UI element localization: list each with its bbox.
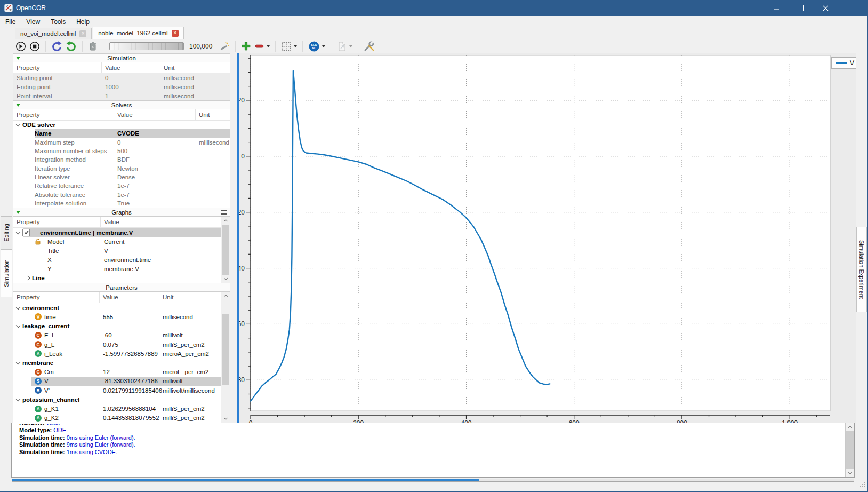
plot-area[interactable]: -80-60-40-2002002004006008001,000 xyxy=(239,53,856,425)
property-row-point-interval[interactable]: Point interval1millisecond xyxy=(13,91,230,100)
solver-row-linear-solver[interactable]: Linear solverDense xyxy=(13,173,230,181)
property-row-starting-point[interactable]: Starting point0millisecond xyxy=(13,73,230,82)
parameter-row-time[interactable]: Vtime555millisecond xyxy=(13,312,221,321)
simulation-section-header[interactable]: Simulation xyxy=(13,53,230,62)
expand-arrow-icon[interactable] xyxy=(16,122,20,126)
scroll-down-icon[interactable] xyxy=(221,415,230,423)
close-tab-icon[interactable]: × xyxy=(172,30,179,37)
parameter-row-v[interactable]: SV-81.3303102477186millivolt xyxy=(13,377,221,386)
parameter-row-potassium_channel[interactable]: potassium_channel xyxy=(13,395,221,404)
collapsed-arrow-icon[interactable] xyxy=(26,276,30,280)
stop-button[interactable] xyxy=(29,41,40,52)
menu-tools[interactable]: Tools xyxy=(45,17,71,27)
log-line: Simulation time: 0ms using Euler (forwar… xyxy=(19,434,845,442)
expand-arrow-icon[interactable] xyxy=(16,360,20,364)
graph-row-title[interactable]: TitleV xyxy=(13,246,221,255)
mode-tab-editing[interactable]: Editing xyxy=(1,216,12,249)
property-unit: microF_per_cm2 xyxy=(159,368,221,377)
graphs-menu-icon[interactable] xyxy=(221,209,227,216)
expand-arrow-icon[interactable] xyxy=(16,305,20,309)
vertical-scrollbar[interactable] xyxy=(221,292,230,423)
file-tab-label: no_voi_model.cellml xyxy=(20,30,76,37)
parameter-row-e_l[interactable]: CE_L-60millivolt xyxy=(13,331,221,340)
reset-state-trash-icon[interactable] xyxy=(88,41,98,51)
parameter-row-cm[interactable]: CCm12microF_per_cm2 xyxy=(13,368,221,377)
scroll-up-icon[interactable] xyxy=(846,423,854,431)
simulation-section: Simulation PropertyValueUnit Starting po… xyxy=(13,53,230,100)
menu-file[interactable]: File xyxy=(0,17,21,27)
dropdown-arrow-icon[interactable] xyxy=(294,45,297,47)
dropdown-arrow-icon[interactable] xyxy=(322,45,325,47)
collapse-arrow-icon[interactable] xyxy=(16,104,20,107)
preferences-wrench-icon[interactable] xyxy=(364,41,375,52)
file-tab-label: noble_model_1962.cellml xyxy=(98,30,167,36)
sedml-export-button[interactable]: SEDML xyxy=(308,41,325,52)
solver-row-maximum-step[interactable]: Maximum step0millisecond xyxy=(13,138,230,147)
solvers-section-header[interactable]: Solvers xyxy=(13,100,230,109)
scroll-down-icon[interactable] xyxy=(846,469,854,477)
solver-row-iteration-type[interactable]: Iteration typeNewton xyxy=(13,164,230,172)
minimize-button[interactable] xyxy=(764,0,789,16)
delay-wheel[interactable] xyxy=(109,42,184,50)
close-tab-icon[interactable]: × xyxy=(79,30,86,37)
resize-grip[interactable] xyxy=(859,480,866,490)
file-tab[interactable]: noble_model_1962.cellml× xyxy=(93,27,183,39)
solver-row-maximum-number-of-steps[interactable]: Maximum number of steps500 xyxy=(13,147,230,155)
dock-tab-simulation-experiment[interactable]: Simulation Experiment xyxy=(856,227,867,312)
file-tab[interactable]: no_voi_model.cellml× xyxy=(15,28,92,39)
scroll-down-icon[interactable] xyxy=(221,275,230,283)
parameter-row-leakage_current[interactable]: leakage_current xyxy=(13,321,221,330)
parameter-row-environment[interactable]: environment xyxy=(13,303,221,312)
property-label: Title xyxy=(13,246,101,255)
solver-row-absolute-tolerance[interactable]: Absolute tolerance1e-7 xyxy=(13,190,230,199)
collapse-arrow-icon[interactable] xyxy=(16,57,20,60)
parameter-row-v'[interactable]: RV'0.0217991199185406millivolt/milliseco… xyxy=(13,386,221,395)
solver-row-integration-method[interactable]: Integration methodBDF xyxy=(13,155,230,164)
graph-row-line[interactable]: Line xyxy=(13,274,221,283)
property-row-ending-point[interactable]: Ending point1000millisecond xyxy=(13,82,230,91)
development-mode-wand-icon[interactable] xyxy=(219,41,230,52)
add-graph-panel-button[interactable] xyxy=(241,41,251,51)
parameter-row-g_k2[interactable]: Ag_K20.144353818079552milliS_per_cm2 xyxy=(13,414,221,423)
reset-model-button[interactable] xyxy=(51,41,62,52)
parameter-row-g_k1[interactable]: Ag_K11.02629956888104milliS_per_cm2 xyxy=(13,404,221,414)
expand-arrow-icon[interactable] xyxy=(16,229,20,234)
property-unit: millisecond xyxy=(160,82,230,91)
solver-row-name[interactable]: NameCVODE xyxy=(13,129,230,138)
solver-row-interpolate-solution[interactable]: Interpolate solutionTrue xyxy=(13,199,230,208)
vertical-scrollbar[interactable] xyxy=(221,217,230,283)
parameters-section-header[interactable]: Parameters xyxy=(13,283,230,292)
solver-row-ode-solver[interactable]: ODE solver xyxy=(13,121,230,129)
run-pause-button[interactable] xyxy=(15,41,26,52)
graph-enabled-checkbox[interactable] xyxy=(22,229,30,236)
solver-row-relative-tolerance[interactable]: Relative tolerance1e-7 xyxy=(13,181,230,190)
vertical-scrollbar[interactable] xyxy=(845,423,854,477)
property-label: Iteration type xyxy=(13,164,114,172)
property-value: Current xyxy=(101,237,221,246)
maximize-button[interactable] xyxy=(789,0,813,16)
graph-panels-layout-button[interactable] xyxy=(281,41,297,52)
parameter-row-g_l[interactable]: Cg_L0.075milliS_per_cm2 xyxy=(13,340,221,349)
graph-row-y[interactable]: Ymembrane.V xyxy=(13,265,221,274)
clear-results-button[interactable] xyxy=(66,41,77,52)
menu-view[interactable]: View xyxy=(21,17,45,27)
collapse-arrow-icon[interactable] xyxy=(16,211,20,214)
scroll-up-icon[interactable] xyxy=(221,292,230,300)
remove-graph-panel-button[interactable] xyxy=(254,41,270,51)
graphs-section-header[interactable]: Graphs xyxy=(13,208,230,217)
expand-arrow-icon[interactable] xyxy=(16,323,20,328)
expand-arrow-icon[interactable] xyxy=(16,397,20,401)
graph-row-title[interactable]: environment.time | membrane.V xyxy=(13,228,221,237)
close-button[interactable] xyxy=(813,0,838,16)
scroll-up-icon[interactable] xyxy=(221,217,230,225)
column-header: Value xyxy=(100,292,159,303)
dropdown-arrow-icon[interactable] xyxy=(267,45,270,47)
mode-tab-simulation[interactable]: Simulation xyxy=(1,249,12,297)
parameter-row-i_leak[interactable]: Ai_Leak-1.59977326857889microA_per_cm2 xyxy=(13,349,221,358)
parameter-row-membrane[interactable]: membrane xyxy=(13,358,221,367)
graph-row-model[interactable]: ModelCurrent xyxy=(13,237,221,246)
opencor-logo-icon xyxy=(4,4,13,12)
menu-help[interactable]: Help xyxy=(71,17,95,27)
svg-text:0: 0 xyxy=(241,153,245,160)
graph-row-x[interactable]: Xenvironment.time xyxy=(13,256,221,265)
